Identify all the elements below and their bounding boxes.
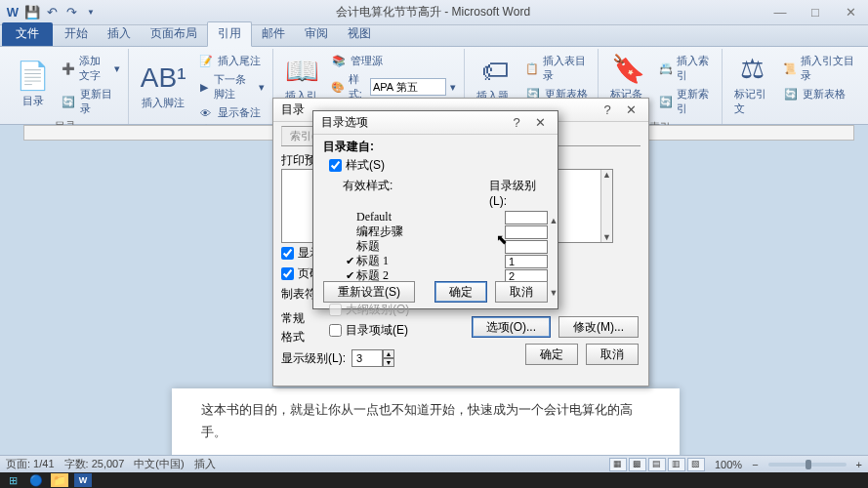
status-mode[interactable]: 插入 — [194, 457, 216, 471]
show-page-numbers-checkbox[interactable] — [281, 247, 294, 260]
modify-button[interactable]: 修改(M)... — [558, 316, 639, 338]
view-buttons: ▦ ▩ ▤ ▥ ▧ — [609, 458, 705, 471]
explorer-icon[interactable]: 📁 — [51, 473, 68, 487]
preview-scrollbar[interactable]: ▲▼ — [600, 170, 612, 242]
manage-icon: 📚 — [331, 55, 347, 67]
dialog-toc-help-icon[interactable]: ? — [596, 102, 619, 117]
level-input[interactable] — [505, 211, 548, 224]
insert-table-figures-button[interactable]: 📋插入表目录 — [523, 53, 591, 84]
update-authorities-button[interactable]: 🔄更新表格 — [781, 86, 858, 102]
update-toc-button[interactable]: 🔄更新目录 — [60, 86, 122, 117]
status-page[interactable]: 页面: 1/41 — [6, 457, 55, 471]
save-icon[interactable]: 💾 — [23, 4, 41, 21]
toc-cancel-button[interactable]: 取消 — [586, 344, 639, 365]
reset-button[interactable]: 重新设置(S) — [323, 281, 415, 303]
style-row: 编程步骤 — [343, 224, 548, 239]
undo-icon[interactable]: ↶ — [43, 4, 61, 21]
style-row: 标题 — [343, 239, 548, 254]
align-page-numbers-checkbox[interactable] — [281, 267, 294, 280]
tab-references[interactable]: 引用 — [207, 21, 252, 47]
insert-authorities-button[interactable]: 📜插入引文目录 — [781, 53, 858, 84]
levels-input[interactable] — [351, 349, 383, 367]
view-fullscreen-icon[interactable]: ▩ — [629, 458, 646, 471]
style-list-scrollbar[interactable]: ▲▼ — [548, 216, 559, 298]
endnote-icon: 📝 — [198, 55, 214, 67]
quick-access-toolbar: W 💾 ↶ ↷ ▼ — [4, 4, 100, 21]
tab-review[interactable]: 审阅 — [295, 22, 338, 46]
chrome-icon[interactable]: 🔵 — [27, 473, 45, 487]
mark-icon: 🔖 — [611, 53, 645, 85]
outline-label: 大纲级别(O) — [346, 302, 409, 318]
scroll-down-icon[interactable]: ▼ — [550, 288, 558, 298]
next-footnote-button[interactable]: ▶下一条脚注 ▾ — [196, 71, 267, 102]
entry-fields-checkbox[interactable] — [329, 324, 342, 337]
statusbar: 页面: 1/41 字数: 25,007 中文(中国) 插入 ▦ ▩ ▤ ▥ ▧ … — [0, 455, 868, 472]
level-input[interactable] — [505, 225, 548, 239]
mark-citation-button[interactable]: ⚖标记引文 — [728, 51, 778, 118]
taskbar: ⊞ 🔵 📁 W — [0, 472, 868, 488]
entry-fields-label: 目录项域(E) — [346, 322, 408, 339]
view-web-icon[interactable]: ▤ — [648, 458, 666, 471]
show-notes-button[interactable]: 👁显示备注 — [196, 104, 267, 121]
citation-icon: 📖 — [285, 55, 319, 87]
dialog-options-close-icon[interactable]: ✕ — [528, 115, 552, 130]
tab-insert[interactable]: 插入 — [98, 22, 141, 46]
update-icon: 🔄 — [62, 96, 76, 108]
levels-spinner[interactable]: ▲▼ — [351, 349, 394, 367]
dialog-toc-options: 目录选项 ? ✕ 目录建自: 样式(S) 有效样式: 目录级别(L): Defa… — [312, 110, 558, 309]
scroll-down-icon[interactable]: ▼ — [602, 232, 611, 242]
maximize-button[interactable]: □ — [802, 3, 829, 22]
qat-dropdown-icon[interactable]: ▼ — [82, 4, 100, 21]
word-taskbar-icon[interactable]: W — [74, 473, 92, 487]
close-button[interactable]: ✕ — [837, 3, 864, 22]
redo-icon[interactable]: ↷ — [62, 4, 80, 21]
options-ok-button[interactable]: 确定 — [434, 281, 487, 303]
add-text-button[interactable]: ➕添加文字 ▾ — [60, 53, 122, 84]
format-label: 格式 — [281, 329, 305, 346]
zoom-in-icon[interactable]: + — [856, 459, 862, 470]
level-input[interactable] — [505, 240, 548, 254]
dialog-toc-close-icon[interactable]: ✕ — [619, 102, 642, 117]
zoom-thumb-icon[interactable] — [806, 460, 811, 469]
toc-button[interactable]: 📄目录 — [10, 51, 56, 117]
scroll-up-icon[interactable]: ▲ — [550, 216, 558, 225]
update-index-button[interactable]: 🔄更新索引 — [657, 86, 715, 117]
spin-down-icon[interactable]: ▼ — [383, 358, 394, 367]
group-authorities: ⚖标记引文 📜插入引文目录 🔄更新表格 — [723, 49, 865, 124]
index-icon: 📇 — [659, 62, 673, 75]
styles-checkbox[interactable] — [329, 159, 342, 172]
style-input[interactable] — [370, 78, 446, 96]
dialog-options-help-icon[interactable]: ? — [505, 115, 528, 130]
tab-mailings[interactable]: 邮件 — [252, 22, 295, 46]
check-icon: ✔ — [343, 255, 356, 267]
zoom-slider[interactable] — [768, 463, 847, 467]
tab-file[interactable]: 文件 — [2, 22, 53, 46]
dialog-options-titlebar[interactable]: 目录选项 ? ✕ — [313, 111, 558, 135]
options-cancel-button[interactable]: 取消 — [495, 281, 548, 303]
minimize-button[interactable]: — — [766, 3, 794, 22]
table-fig-icon: 📋 — [525, 62, 539, 75]
status-lang[interactable]: 中文(中国) — [134, 457, 184, 471]
view-outline-icon[interactable]: ▥ — [668, 458, 685, 471]
manage-sources-button[interactable]: 📚管理源 — [329, 53, 458, 69]
scroll-up-icon[interactable]: ▲ — [602, 170, 611, 180]
start-icon[interactable]: ⊞ — [4, 473, 21, 487]
tab-home[interactable]: 开始 — [55, 22, 98, 46]
zoom-level[interactable]: 100% — [715, 459, 742, 470]
level-input[interactable] — [505, 255, 548, 268]
status-words[interactable]: 字数: 25,007 — [64, 457, 125, 471]
insert-index-button[interactable]: 📇插入索引 — [657, 53, 715, 84]
view-print-icon[interactable]: ▦ — [609, 458, 627, 471]
tab-layout[interactable]: 页面布局 — [141, 22, 207, 46]
next-icon: ▶ — [198, 81, 210, 94]
update-index-icon: 🔄 — [659, 96, 673, 108]
tab-view[interactable]: 视图 — [338, 22, 381, 46]
zoom-out-icon[interactable]: − — [752, 459, 758, 470]
spin-up-icon[interactable]: ▲ — [383, 349, 394, 358]
insert-footnote-button[interactable]: AB¹插入脚注 — [135, 51, 192, 121]
toc-level-label: 目录级别(L): — [489, 178, 548, 208]
view-draft-icon[interactable]: ▧ — [687, 458, 705, 471]
style-name: Default — [356, 210, 505, 224]
toc-ok-button[interactable]: 确定 — [525, 344, 578, 365]
insert-endnote-button[interactable]: 📝插入尾注 — [196, 53, 267, 69]
